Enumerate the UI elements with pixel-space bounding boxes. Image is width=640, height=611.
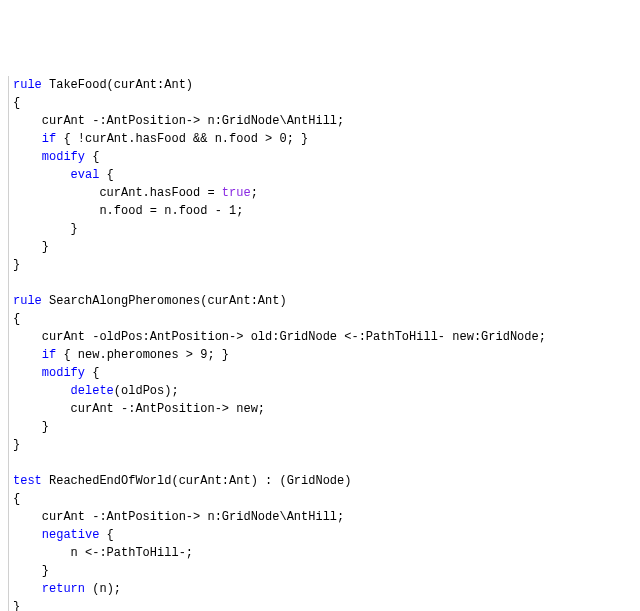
code-block: rule TakeFood(curAnt:Ant){ curAnt -:AntP…	[8, 76, 632, 611]
rule-signature: TakeFood(curAnt:Ant)	[42, 78, 193, 92]
code-line: return (n);	[13, 580, 632, 598]
code-line: if { !curAnt.hasFood && n.food > 0; }	[13, 130, 632, 148]
code-line: modify {	[13, 148, 632, 166]
blank-line	[13, 274, 632, 292]
keyword-modify: modify	[42, 366, 85, 380]
delete-args: (oldPos);	[114, 384, 179, 398]
test-signature: ReachedEndOfWorld(curAnt:Ant) : (GridNod…	[42, 474, 352, 488]
code-line: eval {	[13, 166, 632, 184]
keyword-modify: modify	[42, 150, 85, 164]
literal-true: true	[222, 186, 251, 200]
code-line: }	[13, 418, 632, 436]
code-line: rule SearchAlongPheromones(curAnt:Ant)	[13, 292, 632, 310]
code-line: test ReachedEndOfWorld(curAnt:Ant) : (Gr…	[13, 472, 632, 490]
rule-signature: SearchAlongPheromones(curAnt:Ant)	[42, 294, 287, 308]
keyword-return: return	[42, 582, 85, 596]
keyword-rule: rule	[13, 294, 42, 308]
brace-open: {	[85, 366, 99, 380]
keyword-test: test	[13, 474, 42, 488]
return-args: (n);	[85, 582, 121, 596]
code-line: }	[13, 220, 632, 238]
brace-open: {	[99, 528, 113, 542]
code-line: curAnt -oldPos:AntPosition-> old:GridNod…	[13, 328, 632, 346]
keyword-eval: eval	[71, 168, 100, 182]
keyword-negative: negative	[42, 528, 100, 542]
keyword-delete: delete	[71, 384, 114, 398]
code-line: rule TakeFood(curAnt:Ant)	[13, 76, 632, 94]
code-line: delete(oldPos);	[13, 382, 632, 400]
code-line: {	[13, 94, 632, 112]
blank-line	[13, 454, 632, 472]
code-line: }	[13, 238, 632, 256]
brace-open: {	[99, 168, 113, 182]
code-line: curAnt -:AntPosition-> new;	[13, 400, 632, 418]
assignment: curAnt.hasFood =	[13, 186, 222, 200]
code-line: negative {	[13, 526, 632, 544]
code-line: curAnt -:AntPosition-> n:GridNode\AntHil…	[13, 508, 632, 526]
keyword-if: if	[42, 348, 56, 362]
if-condition: { !curAnt.hasFood && n.food > 0; }	[56, 132, 308, 146]
code-line: }	[13, 562, 632, 580]
code-line: modify {	[13, 364, 632, 382]
keyword-rule: rule	[13, 78, 42, 92]
code-line: n.food = n.food - 1;	[13, 202, 632, 220]
semicolon: ;	[251, 186, 258, 200]
code-line: }	[13, 598, 632, 611]
code-line: {	[13, 490, 632, 508]
code-line: }	[13, 436, 632, 454]
code-line: n <-:PathToHill-;	[13, 544, 632, 562]
if-condition: { new.pheromones > 9; }	[56, 348, 229, 362]
code-line: if { new.pheromones > 9; }	[13, 346, 632, 364]
brace-open: {	[85, 150, 99, 164]
code-line: curAnt -:AntPosition-> n:GridNode\AntHil…	[13, 112, 632, 130]
code-line: curAnt.hasFood = true;	[13, 184, 632, 202]
code-line: }	[13, 256, 632, 274]
keyword-if: if	[42, 132, 56, 146]
code-line: {	[13, 310, 632, 328]
